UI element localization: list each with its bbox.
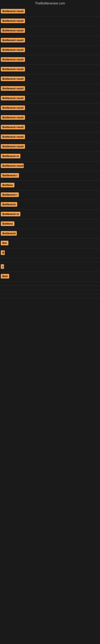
bottleneck-result-label[interactable]: Bottleneck (1, 202, 17, 207)
bottleneck-result-label[interactable]: Bottleneck result (1, 144, 25, 149)
bottleneck-result-label[interactable]: Bot (1, 241, 8, 245)
bottleneck-result-label[interactable]: Bottleneck re (1, 154, 20, 158)
bottleneck-result-label[interactable]: Bottleneck result (1, 67, 25, 72)
bottleneck-result-label[interactable]: Bottleneck result (1, 76, 25, 81)
bottleneck-result-label[interactable]: Bottleneck result (1, 28, 25, 33)
result-row: Bott (0, 272, 100, 282)
result-row: Bottleneck result (0, 123, 100, 132)
site-title: TheBottlenecker.com (0, 0, 100, 7)
bottleneck-result-label[interactable]: Bottleneck r (1, 192, 19, 197)
result-row (0, 286, 100, 290)
result-row (0, 282, 100, 286)
result-row: Bottleneck result (0, 65, 100, 74)
result-row (0, 294, 100, 298)
result-row: Bottleneck result (0, 132, 100, 142)
result-row: Bottlene (0, 219, 100, 229)
bottleneck-result-label[interactable]: Bottleneck result (1, 106, 25, 110)
bottleneck-result-label[interactable]: r (1, 264, 4, 269)
result-row: Bottleneck re (0, 152, 100, 162)
result-row: Bottleneck result (0, 162, 100, 171)
result-row: Bot (0, 239, 100, 248)
result-row: Bottleneck result (0, 113, 100, 123)
results-container: Bottleneck resultBottleneck resultBottle… (0, 7, 100, 298)
result-row: Bottleneck (0, 229, 100, 239)
result-row: Bottlene (0, 181, 100, 190)
bottleneck-result-label[interactable]: Bottleneck (1, 231, 17, 236)
result-row: Bottleneck result (0, 104, 100, 113)
bottleneck-result-label[interactable]: Bottleneck result (1, 96, 25, 100)
bottleneck-result-label[interactable]: Bottleneck result (1, 125, 25, 130)
bottleneck-result-label[interactable]: Bottleneck r (1, 173, 19, 178)
bottleneck-result-label[interactable]: Bottleneck result (1, 57, 25, 62)
result-row (0, 258, 100, 262)
result-row: Bottleneck result (0, 46, 100, 55)
bottleneck-result-label[interactable]: Bottleneck result (1, 48, 25, 52)
bottleneck-result-label[interactable]: Bottleneck result (1, 86, 25, 91)
bottleneck-result-label[interactable]: Bottlene (1, 222, 14, 226)
result-row: Bottleneck result (0, 142, 100, 152)
bottleneck-result-label[interactable]: Bottleneck result (1, 115, 25, 120)
bottleneck-result-label[interactable]: B (1, 250, 5, 255)
result-row: Bottleneck result (0, 16, 100, 26)
bottleneck-result-label[interactable]: Bottleneck result (1, 9, 25, 14)
result-row: Bottleneck result (0, 55, 100, 65)
bottleneck-result-label[interactable]: Bottleneck result (1, 164, 24, 168)
result-row: Bottleneck re (0, 210, 100, 219)
bottleneck-result-label[interactable]: Bottleneck re (1, 212, 20, 216)
result-row: Bottleneck result (0, 26, 100, 36)
result-row: Bottleneck result (0, 84, 100, 94)
result-row: r (0, 262, 100, 272)
result-row: Bottleneck result (0, 7, 100, 16)
bottleneck-result-label[interactable]: Bottleneck result (1, 38, 25, 42)
bottleneck-result-label[interactable]: Bottlene (1, 183, 14, 187)
result-row: B (0, 248, 100, 258)
bottleneck-result-label[interactable]: Bott (1, 274, 9, 278)
result-row: Bottleneck r (0, 171, 100, 181)
result-row: Bottleneck r (0, 190, 100, 200)
result-row (0, 290, 100, 294)
result-row: Bottleneck (0, 200, 100, 210)
result-row: Bottleneck result (0, 36, 100, 46)
result-row: Bottleneck result (0, 94, 100, 104)
bottleneck-result-label[interactable]: Bottleneck result (1, 134, 25, 139)
bottleneck-result-label[interactable]: Bottleneck result (1, 18, 25, 23)
result-row: Bottleneck result (0, 74, 100, 84)
